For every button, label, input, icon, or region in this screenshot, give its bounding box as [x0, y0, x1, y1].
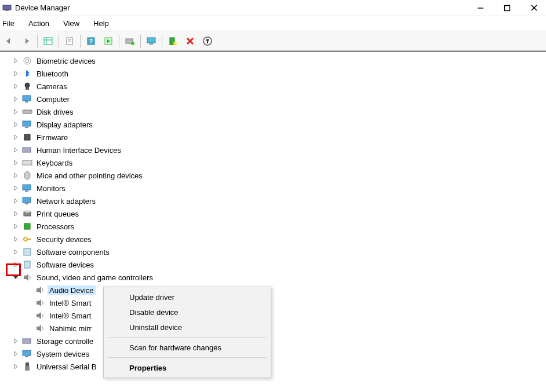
context-menu-item[interactable]: Update driver [104, 290, 271, 305]
tree-category[interactable]: Universal Serial B [0, 360, 546, 373]
display-icon [22, 119, 32, 130]
window-title: Device Manager [15, 3, 70, 12]
chevron-right-icon[interactable] [12, 210, 20, 218]
menu-action[interactable]: Action [28, 19, 49, 28]
uninstall-device-icon[interactable] [182, 34, 198, 49]
chevron-right-icon[interactable] [12, 133, 20, 141]
svg-rect-64 [24, 224, 30, 229]
toolbar-separator [119, 35, 119, 47]
tree-device[interactable]: Intel® Smart [0, 309, 546, 322]
update-driver-monitor-icon[interactable] [143, 34, 159, 49]
usb-icon [22, 361, 32, 372]
properties-sheet-icon[interactable] [61, 34, 78, 49]
svg-rect-47 [24, 134, 30, 140]
tree-category-label: Display adapters [35, 120, 94, 130]
svg-point-66 [24, 237, 27, 241]
tree-category[interactable]: Biometric devices [0, 54, 546, 67]
network-icon [22, 196, 32, 206]
svg-marker-73 [24, 274, 28, 281]
menu-view[interactable]: View [63, 19, 79, 28]
scan-hardware-icon[interactable] [165, 34, 181, 49]
tree-category-label: Keyboards [35, 158, 74, 168]
hid-icon [22, 145, 32, 155]
tree-category[interactable]: Processors [0, 220, 546, 233]
tree-category-label: Processors [35, 222, 76, 232]
chevron-right-icon[interactable] [12, 261, 20, 269]
tree-category[interactable]: Network adapters [0, 195, 546, 207]
context-menu-item[interactable]: Uninstall device [104, 320, 271, 335]
chevron-right-icon[interactable] [12, 120, 20, 129]
chevron-right-icon[interactable] [12, 95, 20, 103]
tree-category[interactable]: Software devices [0, 258, 546, 271]
close-button[interactable] [529, 3, 539, 13]
tree-category[interactable]: Human Interface Devices [0, 144, 546, 156]
svg-marker-32 [14, 71, 17, 76]
chevron-down-icon[interactable] [12, 273, 20, 281]
tree-category[interactable]: Monitors [0, 182, 546, 195]
tree-device[interactable]: Audio Device [0, 284, 546, 296]
chevron-right-icon[interactable] [12, 350, 20, 358]
chevron-right-icon[interactable] [12, 57, 20, 65]
menu-file[interactable]: File [2, 19, 14, 28]
cpu-icon [22, 221, 32, 232]
chevron-right-icon[interactable] [12, 222, 20, 230]
chevron-right-icon[interactable] [12, 362, 20, 371]
context-menu-item[interactable]: Disable device [104, 305, 271, 320]
tree-category[interactable]: Computer [0, 93, 546, 105]
tree-device-label: Audio Device [48, 285, 96, 295]
show-hidden-devices-icon[interactable] [40, 34, 56, 49]
svg-marker-78 [14, 339, 17, 343]
tree-category[interactable]: Disk drives [0, 105, 546, 118]
speaker-icon [35, 323, 45, 334]
tree-category[interactable]: Mice and other pointing devices [0, 169, 546, 182]
tree-category[interactable]: Sound, video and game controllers [0, 271, 546, 284]
tree-device[interactable]: Intel® Smart [0, 296, 546, 309]
tree-category[interactable]: Print queues [0, 207, 546, 220]
update-driver-toolbar-icon[interactable] [199, 34, 216, 49]
svg-rect-49 [23, 148, 31, 152]
menu-help[interactable]: Help [93, 19, 109, 28]
svg-rect-21 [150, 43, 153, 45]
chevron-right-icon[interactable] [12, 197, 20, 205]
tree-category-label: Security devices [35, 235, 93, 244]
tree-device[interactable]: Nahimic mirr [0, 322, 546, 335]
tree-category[interactable]: Bluetooth [0, 67, 546, 80]
chevron-right-icon[interactable] [12, 248, 20, 256]
minimize-button[interactable] [475, 3, 486, 13]
tree-category[interactable]: System devices [0, 347, 546, 360]
svg-marker-70 [14, 262, 17, 267]
speaker-icon [35, 310, 45, 321]
chevron-right-icon[interactable] [12, 184, 20, 192]
tree-category[interactable]: Keyboards [0, 156, 546, 169]
tree-category[interactable]: Firmware [0, 131, 546, 144]
maximize-button[interactable] [502, 3, 512, 13]
add-legacy-hardware-icon[interactable] [122, 34, 138, 49]
forward-icon[interactable] [19, 34, 35, 49]
printer-icon [22, 208, 32, 219]
tree-category[interactable]: Cameras [0, 80, 546, 93]
context-menu-item[interactable]: Properties [104, 360, 271, 375]
back-icon[interactable] [1, 34, 17, 49]
context-menu-item[interactable]: Scan for hardware changes [104, 340, 271, 355]
titlebar: Device Manager [0, 0, 546, 16]
svg-point-31 [26, 59, 29, 63]
tree-category[interactable]: Software components [0, 246, 546, 258]
chevron-right-icon[interactable] [12, 337, 20, 345]
svg-marker-41 [14, 109, 17, 114]
chevron-right-icon[interactable] [12, 82, 20, 90]
help-icon[interactable]: ? [83, 34, 99, 49]
chevron-right-icon[interactable] [12, 69, 20, 78]
chevron-right-icon[interactable] [12, 108, 20, 116]
chevron-right-icon[interactable] [12, 159, 20, 167]
chevron-right-icon[interactable] [12, 146, 20, 154]
tree-category[interactable]: Display adapters [0, 118, 546, 131]
device-tree[interactable]: Biometric devicesBluetoothCamerasCompute… [0, 51, 546, 392]
software-icon [22, 259, 32, 270]
enable-device-icon[interactable] [100, 34, 117, 49]
tree-category[interactable]: Security devices [0, 233, 546, 246]
chevron-right-icon[interactable] [12, 235, 20, 243]
toolbar-separator [162, 35, 162, 47]
disk-icon [22, 107, 32, 117]
chevron-right-icon[interactable] [12, 171, 20, 179]
tree-category[interactable]: Storage controlle [0, 335, 546, 347]
